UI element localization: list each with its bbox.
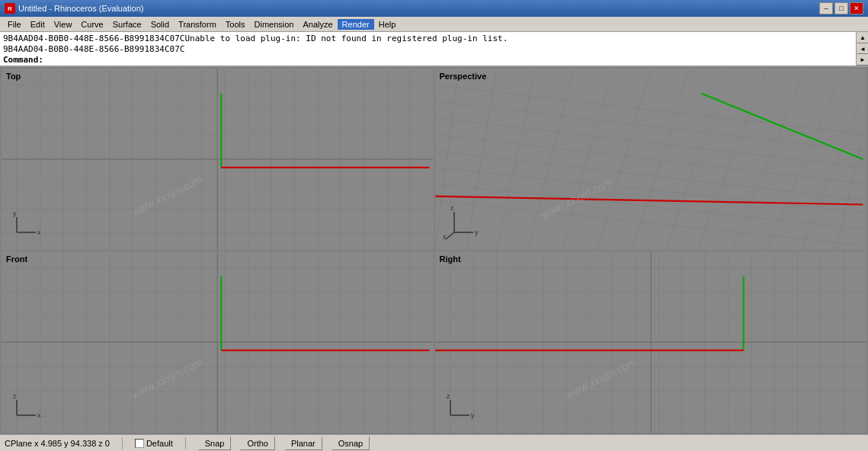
default-checkbox[interactable]: Default (135, 439, 173, 448)
viewport-top[interactable]: www.xxxjm.com Top y x (2, 69, 434, 250)
menu-dimension[interactable]: Dimension (250, 19, 299, 30)
perspective-axis-svg: z y x (443, 206, 485, 240)
svg-text:x: x (37, 229, 41, 236)
maximize-button[interactable]: □ (834, 2, 848, 14)
viewport-perspective[interactable]: www.xxxjm.com Perspective z y x (435, 69, 867, 250)
ortho-button[interactable]: Ortho (240, 437, 275, 450)
menu-edit[interactable]: Edit (26, 19, 50, 30)
default-checkbox-box[interactable] (135, 439, 144, 448)
planar-button[interactable]: Planar (284, 437, 322, 450)
svg-text:y: y (471, 411, 475, 419)
window-title: Untitled - Rhinoceros (Evaluation) (18, 4, 819, 13)
svg-text:z: z (447, 392, 450, 400)
front-axis-svg: z x (9, 392, 47, 423)
command-output: 9B4AAD04-B0B0-448E-8566-B8991834C07CUnab… (0, 32, 856, 66)
default-label: Default (146, 439, 173, 448)
menu-render[interactable]: Render (338, 19, 374, 30)
viewport-front-label: Front (6, 254, 27, 264)
x-label: x (34, 439, 39, 448)
menu-bar: File Edit View Curve Surface Solid Trans… (0, 17, 868, 32)
y-value: 94.338 (71, 439, 97, 448)
x-value: 4.985 (41, 439, 62, 448)
status-bar: CPlane x 4.985 y 94.338 z 0 Default Snap… (0, 434, 868, 451)
svg-text:y: y (13, 210, 17, 217)
viewport-front-svg: www.xxxjm.com (2, 251, 434, 433)
command-area: 9B4AAD04-B0B0-448E-8566-B8991834C07CUnab… (0, 32, 868, 67)
scroll-down-btn-1[interactable]: ◄ (857, 43, 868, 55)
menu-transform[interactable]: Transform (174, 19, 221, 30)
viewport-top-label: Top (6, 72, 21, 81)
menu-tools[interactable]: Tools (221, 19, 250, 30)
command-line1: 9B4AAD04-B0B0-448E-8566-B8991834C07CUnab… (3, 34, 853, 44)
z-label: z (98, 439, 103, 448)
cplane-status: CPlane x 4.985 y 94.338 z 0 (5, 439, 110, 448)
viewport-right-label: Right (440, 254, 461, 264)
menu-solid[interactable]: Solid (146, 19, 174, 30)
viewport-front[interactable]: www.xxxjm.com Front z x (2, 251, 434, 433)
scroll-down-btn-2[interactable]: ► (857, 54, 868, 66)
menu-surface[interactable]: Surface (108, 19, 146, 30)
y-label: y (64, 439, 69, 448)
svg-text:x: x (443, 233, 447, 240)
title-bar: R Untitled - Rhinoceros (Evaluation) – □… (0, 0, 868, 17)
command-line2: 9B4AAD04-B0B0-448E-8566-B8991834C07C (3, 44, 853, 55)
command-label: Command: (3, 55, 853, 66)
window-controls: – □ ✕ (819, 2, 863, 14)
minimize-button[interactable]: – (819, 2, 833, 14)
svg-text:x: x (37, 411, 41, 419)
command-scrollbar: ▲ ◄ ► (856, 32, 868, 66)
right-axis-svg: z y (443, 392, 481, 423)
perspective-axis-indicator: z y x (443, 206, 485, 242)
viewport-perspective-label: Perspective (440, 72, 487, 81)
status-separator-1 (122, 437, 123, 449)
menu-analyze[interactable]: Analyze (298, 19, 337, 30)
viewport-perspective-svg: www.xxxjm.com (435, 69, 867, 250)
right-axis-indicator: z y (443, 392, 481, 425)
svg-line-64 (446, 232, 454, 239)
app-icon: R (5, 3, 15, 14)
scroll-up-btn[interactable]: ▲ (857, 32, 868, 43)
front-axis-indicator: z x (9, 392, 47, 425)
svg-text:z: z (450, 206, 454, 212)
viewport-container: www.xxxjm.com Top y x (0, 67, 868, 434)
top-axis-svg: y x (9, 210, 47, 240)
viewport-right[interactable]: www.xxxjm.com Right z y (435, 251, 867, 433)
cplane-label: CPlane (5, 439, 32, 448)
viewport-top-svg: www.xxxjm.com (2, 69, 434, 250)
viewport-right-svg: www.xxxjm.com (435, 251, 867, 433)
snap-button[interactable]: Snap (198, 437, 232, 450)
top-axis-indicator: y x (9, 210, 47, 242)
z-value: 0 (105, 439, 110, 448)
menu-file[interactable]: File (3, 19, 26, 30)
svg-text:z: z (13, 392, 17, 400)
menu-view[interactable]: View (50, 19, 77, 30)
menu-curve[interactable]: Curve (76, 19, 107, 30)
svg-text:y: y (475, 229, 479, 236)
status-separator-2 (185, 437, 186, 449)
menu-help[interactable]: Help (374, 19, 401, 30)
osnap-button[interactable]: Osnap (332, 437, 370, 450)
close-button[interactable]: ✕ (850, 2, 863, 14)
